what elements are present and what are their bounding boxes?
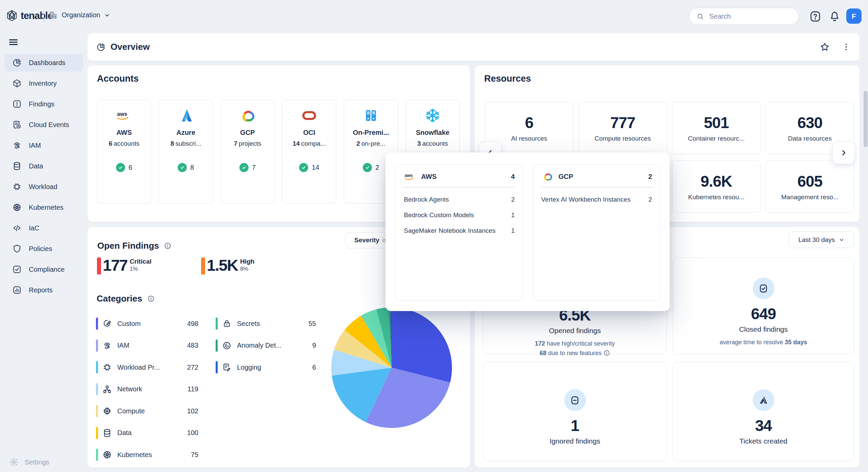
info-icon[interactable] — [164, 242, 172, 250]
provider-name: Azure — [159, 129, 213, 137]
provider-total: 2 — [648, 173, 652, 181]
category-row[interactable]: Kubernetes 75 — [96, 447, 198, 463]
category-color-bar — [96, 427, 98, 439]
tile-check-row: 8 — [159, 163, 213, 172]
category-label: Data — [117, 429, 187, 437]
sidebar-item-cloud-events[interactable]: Cloud Events — [4, 116, 83, 134]
category-row[interactable]: Anomaly Det... 9 — [216, 338, 316, 353]
sidebar-item-iac[interactable]: IaC — [4, 219, 83, 237]
category-color-bar — [216, 317, 218, 330]
category-row[interactable]: Custom 498 — [96, 316, 198, 331]
resource-value: 9.6K — [701, 172, 732, 190]
sidebar-item-compliance[interactable]: Compliance — [4, 261, 83, 278]
category-count: 6 — [312, 364, 316, 371]
date-range-dropdown[interactable]: Last 30 days — [789, 231, 854, 248]
findings-pie-chart — [331, 307, 452, 428]
top-bar: tenable Organization F — [0, 0, 868, 32]
ignored-findings-card[interactable]: 1 Ignored findings — [483, 362, 667, 461]
organization-switcher[interactable]: Organization — [48, 10, 111, 20]
more-options-button[interactable] — [842, 42, 851, 52]
account-tile[interactable]: GCP 7projects 7 — [220, 100, 275, 204]
category-color-bar — [96, 361, 98, 373]
account-count: 8subscri... — [159, 140, 213, 147]
sidebar-item-label: Cloud Events — [29, 121, 69, 129]
connected-count: 6 — [129, 164, 132, 171]
tile-check-row: 14 — [282, 163, 336, 172]
sidebar-item-icon — [12, 79, 22, 88]
favorite-star-button[interactable] — [820, 42, 830, 52]
resource-value: 6 — [525, 114, 533, 132]
category-color-bar — [96, 340, 98, 352]
category-count: 55 — [309, 320, 316, 328]
search-bar[interactable] — [689, 8, 799, 25]
resource-type-count: 1 — [511, 211, 515, 219]
account-tile[interactable]: Azure 8subscri... 8 — [159, 100, 213, 204]
resource-value: 630 — [797, 114, 823, 132]
category-icon — [222, 363, 232, 372]
ignored-findings-value: 1 — [484, 416, 666, 435]
avatar[interactable]: F — [846, 8, 862, 24]
category-color-bar — [216, 361, 218, 373]
sidebar-item-icon — [12, 99, 22, 109]
info-icon[interactable] — [147, 295, 155, 303]
category-label: Kubernetes — [117, 451, 191, 459]
open-findings-title: Open Findings — [97, 241, 159, 251]
help-button[interactable] — [809, 10, 822, 23]
category-row[interactable]: Logging 6 — [216, 360, 316, 375]
sidebar-item-icon — [12, 265, 22, 274]
account-tile[interactable]: aws AWS 6accounts 6 — [97, 100, 151, 204]
chevron-down-icon — [839, 237, 845, 243]
provider-total: 4 — [511, 173, 515, 181]
provider-name: AWS — [97, 129, 151, 137]
category-count: 119 — [188, 385, 198, 393]
search-input[interactable] — [709, 12, 791, 21]
sidebar-item-findings[interactable]: Findings — [4, 95, 83, 113]
tenable-logo[interactable]: tenable — [5, 9, 53, 22]
page-header: Overview — [87, 33, 860, 61]
provider-name: GCP — [221, 129, 274, 137]
sidebar-item-label: Kubernetes — [29, 204, 63, 211]
sidebar-item-iam[interactable]: IAM — [4, 137, 83, 154]
svg-text:aws: aws — [405, 173, 413, 178]
notifications-button[interactable] — [828, 10, 841, 23]
check-icon — [178, 163, 187, 172]
category-label: Custom — [117, 320, 187, 328]
sidebar-item-policies[interactable]: Policies — [4, 240, 83, 258]
sidebar-item-workload[interactable]: Workload — [4, 178, 83, 196]
category-row[interactable]: IAM 483 — [96, 338, 198, 353]
sidebar-item-reports[interactable]: Reports — [4, 281, 83, 299]
account-tile[interactable]: OCI 14compa... 14 — [282, 100, 336, 204]
sidebar-item-data[interactable]: Data — [4, 157, 83, 175]
category-color-bar — [96, 449, 98, 461]
date-range-label: Last 30 days — [798, 236, 835, 244]
resource-tile[interactable]: 9.6K Kubernetes resou... — [672, 160, 761, 213]
resource-tile[interactable]: 501 Container resourc... — [672, 102, 761, 154]
category-row[interactable]: Workload Pr... 272 — [96, 360, 198, 375]
severity-percent: 1% — [130, 265, 151, 273]
resource-tile[interactable]: 777 Compute resources — [578, 102, 667, 154]
category-row[interactable]: Compute 102 — [96, 403, 198, 419]
resource-type-row: Bedrock Agents 2 — [404, 196, 515, 203]
category-row[interactable]: Secrets 55 — [216, 316, 316, 331]
category-row[interactable]: Network 119 — [96, 382, 198, 397]
closed-findings-card[interactable]: 649 Closed findings average time to reso… — [673, 258, 854, 354]
sidebar-item-settings[interactable]: Settings — [9, 457, 49, 467]
settings-label: Settings — [25, 458, 49, 466]
sidebar-item-inventory[interactable]: Inventory — [4, 75, 83, 92]
category-row[interactable]: Data 100 — [96, 425, 198, 441]
sidebar-item-label: Compliance — [29, 266, 65, 273]
carousel-next-button[interactable] — [832, 142, 855, 164]
resources-title: Resources — [484, 74, 531, 84]
severity-label: High — [240, 258, 254, 265]
sidebar-item-kubernetes[interactable]: Kubernetes — [4, 199, 83, 216]
sidebar-item-icon — [12, 182, 22, 191]
sidebar-item-dashboards[interactable]: Dashboards — [4, 54, 83, 71]
resource-tile[interactable]: 605 Management reso... — [766, 160, 854, 213]
category-label: Compute — [117, 407, 187, 415]
search-icon — [696, 13, 704, 20]
menu-toggle-button[interactable] — [8, 37, 19, 48]
tickets-created-card[interactable]: 34 Tickets created — [673, 362, 854, 461]
scrollbar-thumb[interactable] — [864, 91, 868, 147]
category-label: Network — [117, 385, 188, 393]
info-icon[interactable] — [603, 349, 610, 356]
